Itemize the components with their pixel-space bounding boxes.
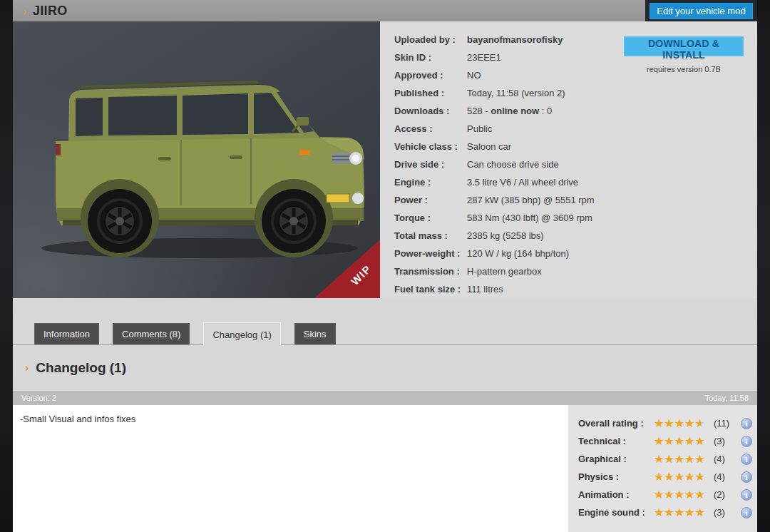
tab-comments-8[interactable]: Comments (8) [113,323,190,344]
download-install-button[interactable]: DOWNLOAD & INSTALL [624,36,744,56]
rating-row: Animation :★★★★★★★★★★(2)i [568,486,757,503]
detail-value: 23EEE1 [467,52,501,63]
changelog-heading: Changelog (1) [36,360,126,376]
detail-label: Power-weight : [394,248,467,259]
rating-row: Engine sound :★★★★★★★★★★(3)i [568,503,757,521]
rating-row: Technical :★★★★★★★★★★(3)i [568,432,757,450]
details-panel: Uploaded by :bayanofmansorofiskySkin ID … [380,21,757,298]
wip-label: WIP [349,262,374,287]
detail-row: Published :Today, 11:58 (version 2) [394,84,757,102]
version-bar: Version: 2 Today, 11:58 [13,391,757,405]
detail-value[interactable]: bayanofmansorofisky [467,34,563,45]
detail-label: Skin ID : [394,52,467,63]
detail-label: Engine : [394,177,467,188]
detail-value: Saloon car [467,141,511,152]
rating-label: Animation : [578,489,654,500]
detail-value: 2385 kg (5258 lbs) [467,230,544,241]
detail-value: 287 kW (385 bhp) @ 5551 rpm [467,195,595,205]
tab-changelog-1[interactable]: Changelog (1) [203,322,280,345]
changelog-body: -Small Visual and infos fixes Overall ra… [13,405,757,532]
detail-label: Published : [394,88,467,98]
detail-row: Drive side :Can choose drive side [394,155,757,173]
header: › JIIRO Edit your vehicle mod [13,0,757,21]
rating-row: Overall rating :★★★★★★★★★★(11)i [568,414,757,432]
vehicle-preview-image: WIP [13,21,380,298]
star-rating: ★★★★★★★★★★ [654,507,712,518]
star-rating: ★★★★★★★★★★ [654,454,712,465]
edit-vehicle-mod-button[interactable]: Edit your vehicle mod [650,3,752,19]
detail-value: 3.5 litre V6 / All wheel drive [467,177,578,188]
info-icon[interactable]: i [741,454,752,465]
detail-value: Today, 11:58 (version 2) [467,88,565,98]
detail-label: Total mass : [394,230,467,241]
vehicle-render [13,21,380,298]
lower-section: InformationComments (8)Changelog (1)Skin… [13,298,757,532]
detail-row: Power :287 kW (385 bhp) @ 5551 rpm [394,191,757,209]
detail-row: Torque :583 Nm (430 lbft) @ 3609 rpm [394,209,757,227]
detail-label: Vehicle class : [394,141,467,152]
info-icon[interactable]: i [741,489,752,501]
detail-value: 528 - online now : 0 [467,106,552,116]
detail-row: Total mass :2385 kg (5258 lbs) [394,227,757,245]
detail-value: H-pattern gearbox [467,266,542,277]
rating-count: (3) [714,507,738,518]
tab-bar: InformationComments (8)Changelog (1)Skin… [13,298,757,345]
detail-label: Torque : [394,213,467,223]
heading-chevron-icon: › [25,362,29,374]
detail-row: Engine :3.5 litre V6 / All wheel drive [394,173,757,191]
rating-count: (4) [714,454,738,464]
info-icon[interactable]: i [741,436,752,447]
detail-row: Power-weight :120 W / kg (164 bhp/ton) [394,245,757,262]
detail-label: Approved : [394,70,467,81]
info-icon[interactable]: i [741,507,752,518]
star-rating: ★★★★★★★★★★ [654,489,712,501]
rating-label: Graphical : [578,454,654,464]
rating-count: (4) [714,471,738,482]
title-bar: › JIIRO [13,0,645,21]
tab-information[interactable]: Information [34,323,99,344]
download-area: DOWNLOAD & INSTALL requires version 0.7B [624,36,744,73]
vehicle-summary-section: WIP Uploaded by :bayanofmansorofiskySkin… [13,21,757,298]
detail-label: Access : [394,123,467,134]
detail-row: Access :Public [394,120,757,138]
rating-count: (3) [714,436,738,446]
info-icon[interactable]: i [741,418,752,429]
changelog-entry: -Small Visual and infos fixes [13,405,568,532]
info-icon[interactable]: i [741,471,752,483]
detail-value: 583 Nm (430 lbft) @ 3609 rpm [467,213,592,223]
header-right-area: Edit your vehicle mod [645,0,757,21]
download-requires-note: requires version 0.7B [624,65,744,73]
detail-label: Uploaded by : [394,34,467,45]
star-rating: ★★★★★★★★★★ [654,436,712,447]
rating-row: Graphical :★★★★★★★★★★(4)i [568,450,757,468]
rating-label: Overall rating : [578,418,654,429]
tab-skins[interactable]: Skins [294,323,336,344]
detail-row: Vehicle class :Saloon car [394,138,757,155]
rating-row: Physics :★★★★★★★★★★(4)i [568,468,757,486]
breadcrumb-chevron-icon: › [23,6,26,16]
detail-value: Can choose drive side [467,159,559,170]
detail-value: 111 litres [467,284,503,295]
ratings-panel: Overall rating :★★★★★★★★★★(11)iTechnical… [568,405,757,532]
page-title: JIIRO [33,4,68,19]
detail-label: Drive side : [394,159,467,170]
detail-row: Fuel tank size :111 litres [394,280,757,298]
rating-label: Engine sound : [578,507,654,518]
detail-row: Transmission :H-pattern gearbox [394,262,757,280]
star-rating: ★★★★★★★★★★ [654,471,712,483]
version-label: Version: 2 [21,394,56,402]
detail-row: Downloads :528 - online now : 0 [394,102,757,120]
detail-value: Public [467,123,492,134]
detail-label: Downloads : [394,106,467,116]
detail-label: Transmission : [394,266,467,277]
version-date: Today, 11:58 [705,394,749,402]
star-rating: ★★★★★★★★★★ [654,418,712,429]
section-heading: › Changelog (1) [13,345,757,391]
rating-count: (11) [714,418,738,429]
detail-label: Power : [394,195,467,205]
detail-value: NO [467,70,481,81]
detail-label: Fuel tank size : [394,284,467,295]
rating-label: Physics : [578,471,654,482]
page-content: › JIIRO Edit your vehicle mod [13,0,757,532]
detail-value: 120 W / kg (164 bhp/ton) [467,248,569,259]
